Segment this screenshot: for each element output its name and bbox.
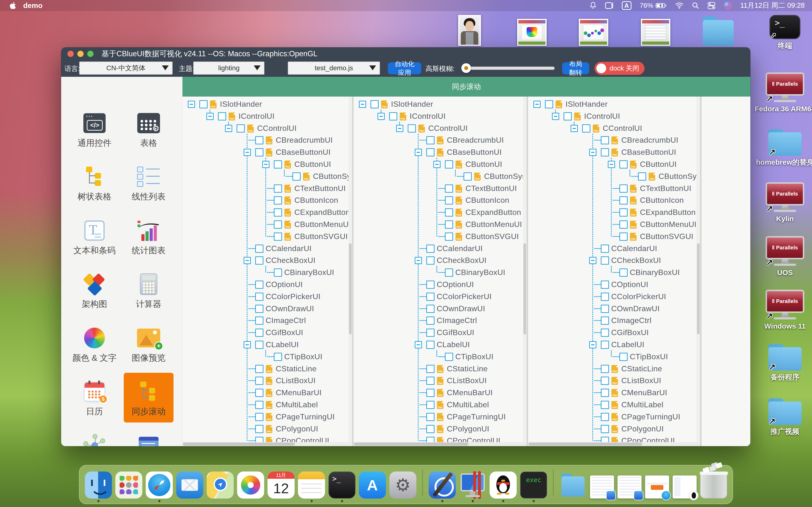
tree-row[interactable]: CBaseButtonUI: [354, 147, 526, 158]
tree-row[interactable]: CControlUI: [183, 123, 352, 134]
dock-xcode-icon[interactable]: [429, 471, 456, 499]
tree-checkbox[interactable]: [255, 293, 263, 301]
tree-row[interactable]: CExpandButton: [528, 207, 700, 218]
tree-expand-toggle[interactable]: [244, 257, 251, 264]
tree-row[interactable]: IControlUI: [183, 111, 352, 122]
desktop-icon-terminal-0[interactable]: >_↗终端: [757, 15, 812, 50]
tree-row[interactable]: CCheckBoxUI: [528, 255, 700, 266]
language-dropdown[interactable]: CN-中文简体: [79, 62, 172, 74]
tree-row[interactable]: CButtonIcon: [528, 195, 700, 206]
tree-checkbox[interactable]: [445, 220, 453, 229]
tree-row[interactable]: CControlUI: [354, 123, 526, 134]
tree-checkbox[interactable]: [619, 232, 627, 241]
tree-row[interactable]: CButtonMenuUI: [528, 219, 700, 230]
horizontal-scrollbar[interactable]: [183, 442, 352, 446]
tree-expand-toggle[interactable]: [534, 101, 541, 108]
tree-checkbox[interactable]: [237, 124, 245, 132]
menu-bar-app-name[interactable]: demo: [23, 1, 43, 10]
vertical-scrollbar-thumb[interactable]: [523, 243, 526, 334]
tree-checkbox[interactable]: [601, 293, 609, 301]
tree-row[interactable]: CButtonSVGUI: [183, 231, 352, 242]
tree-expand-toggle[interactable]: [415, 149, 422, 156]
dock-minimized-window-min-xcode-2[interactable]: [617, 475, 642, 499]
tree-checkbox[interactable]: [255, 136, 263, 145]
sidebar-item-graph-view[interactable]: 图可视化: [69, 427, 119, 446]
tree-row[interactable]: CBreadcrumbUI: [528, 135, 700, 146]
tree-row[interactable]: CButtonMenuUI: [354, 219, 526, 230]
sidebar-item-abstract-window[interactable]: 抽象窗口: [124, 427, 173, 446]
tree-row[interactable]: CCheckBoxUI: [183, 255, 352, 266]
tree-row[interactable]: CMenuBarUI: [183, 388, 352, 398]
tree-checkbox[interactable]: [274, 220, 282, 229]
tree-row[interactable]: CImageCtrl: [354, 315, 526, 326]
tree-row[interactable]: CBreadcrumbUI: [354, 135, 526, 146]
tree-checkbox[interactable]: [274, 269, 282, 277]
tree-row[interactable]: CButtonIcon: [354, 195, 526, 206]
tree-row[interactable]: CColorPickerUI: [528, 291, 700, 302]
slider-knob[interactable]: [461, 63, 471, 73]
tree-row[interactable]: ISlotHander: [354, 99, 526, 110]
tree-row[interactable]: CPageTurningUI: [354, 412, 526, 422]
tree-expand-toggle[interactable]: [608, 161, 615, 168]
tree-checkbox[interactable]: [445, 184, 453, 193]
desktop-icon-parallels-vm-4[interactable]: ‖ Parallels↗UOS: [757, 236, 812, 277]
desktop-icon-parallels-vm-1[interactable]: ‖ Parallels↗Fedora 36 ARM64: [757, 72, 812, 113]
minimize-button[interactable]: [77, 51, 84, 57]
tree-row[interactable]: CBaseButtonUI: [183, 147, 352, 158]
screenshot-file-surface[interactable]: [517, 19, 547, 46]
desktop-icon-folder-2[interactable]: ↗homebrew的替身: [757, 129, 812, 166]
tree-row[interactable]: CBinaryBoxUI: [183, 267, 352, 278]
tree-row[interactable]: CListBoxUI: [528, 376, 700, 386]
tree-row[interactable]: CTipBoxUI: [528, 351, 700, 362]
tree-checkbox[interactable]: [255, 257, 263, 265]
tree-checkbox[interactable]: [274, 232, 282, 241]
tree-checkbox[interactable]: [255, 413, 263, 421]
tree-checkbox[interactable]: [426, 401, 435, 409]
tree-checkbox[interactable]: [601, 365, 609, 373]
tree-row[interactable]: CLabelUI: [528, 339, 700, 350]
tree-expand-toggle[interactable]: [589, 341, 597, 348]
sidebar-item-image-preview[interactable]: +图像预览: [124, 319, 173, 369]
tree-checkbox[interactable]: [426, 329, 435, 337]
horizontal-scrollbar[interactable]: [528, 442, 700, 446]
screenshot-file-scatter[interactable]: [579, 19, 608, 46]
tree-checkbox[interactable]: [426, 293, 435, 301]
tree-row[interactable]: COptionUI: [528, 279, 700, 290]
dock-terminal-icon[interactable]: >_: [328, 471, 355, 499]
tree-checkbox[interactable]: [255, 365, 263, 373]
dock-minimized-window-min-safari[interactable]: [645, 475, 669, 499]
tree-row[interactable]: COptionUI: [354, 279, 526, 290]
tree-row[interactable]: ISlotHander: [528, 99, 700, 110]
tree-checkbox[interactable]: [619, 220, 627, 229]
tree-row[interactable]: CPolygonUI: [183, 424, 352, 434]
tree-checkbox[interactable]: [199, 100, 208, 108]
desktop-icon-folder-6[interactable]: ↗备份程序: [757, 344, 812, 381]
tree-expand-toggle[interactable]: [244, 149, 251, 156]
tree-checkbox[interactable]: [601, 305, 609, 313]
tree-row[interactable]: CLabelUI: [183, 339, 352, 350]
title-bar[interactable]: 基于CBlueUI数据可视化 v24.11 --OS: Macos --Grap…: [61, 47, 750, 60]
tree-row[interactable]: CBaseButtonUI: [528, 147, 700, 158]
tree-checkbox[interactable]: [426, 244, 435, 253]
tree-row[interactable]: CStaticLine: [354, 363, 526, 374]
tree-checkbox[interactable]: [601, 148, 609, 157]
gaussian-blur-slider[interactable]: [463, 67, 555, 70]
tree-checkbox[interactable]: [255, 329, 263, 337]
tree-row[interactable]: CTextButtonUI: [183, 183, 352, 194]
tree-checkbox[interactable]: [601, 329, 609, 337]
tree-checkbox[interactable]: [274, 353, 282, 361]
sidebar-item-calculator[interactable]: 计算器: [124, 265, 173, 315]
dock-close-toggle[interactable]: dock 关闭: [595, 62, 645, 75]
tree-checkbox[interactable]: [619, 269, 627, 277]
tree-checkbox[interactable]: [426, 148, 435, 157]
tree-checkbox[interactable]: [426, 281, 435, 289]
tree-row[interactable]: CButtonUI: [183, 159, 352, 170]
tree-checkbox[interactable]: [426, 136, 435, 145]
tree-checkbox[interactable]: [426, 341, 435, 349]
tree-row[interactable]: CButtonSVGUI: [528, 231, 700, 242]
tree-expand-toggle[interactable]: [188, 101, 195, 108]
dock-notes-icon[interactable]: [298, 471, 325, 499]
tree-row[interactable]: IControlUI: [354, 111, 526, 122]
tree-row[interactable]: CGifBoxUI: [528, 327, 700, 338]
dock-minimized-window-min-qq[interactable]: [672, 475, 697, 499]
